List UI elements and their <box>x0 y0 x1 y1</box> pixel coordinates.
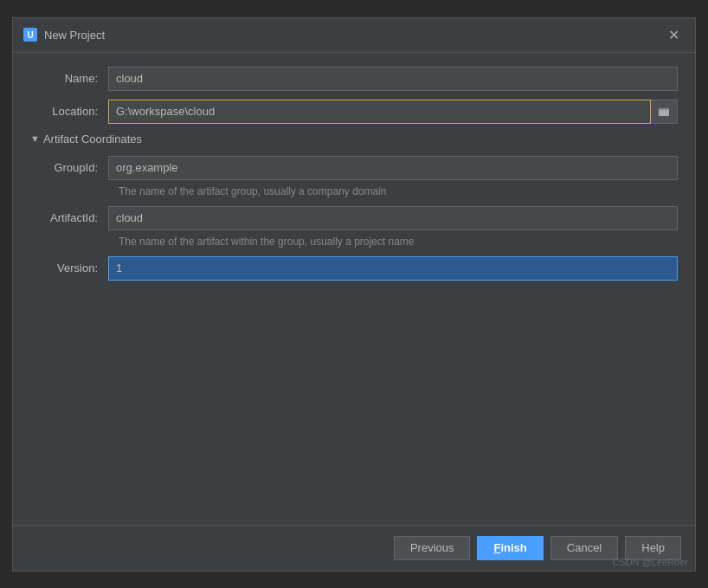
title-bar: U New Project ✕ <box>13 18 695 53</box>
title-bar-left: U New Project <box>23 28 105 42</box>
artifact-section-header: ▼ Artifact Coordinates <box>30 132 678 145</box>
artifact-id-row: ArtifactId: <box>30 206 678 230</box>
name-label: Name: <box>30 72 108 85</box>
previous-button[interactable]: Previous <box>394 536 471 560</box>
name-input[interactable] <box>108 67 678 91</box>
finish-button[interactable]: Finish <box>477 536 543 560</box>
name-row: Name: <box>30 67 678 91</box>
new-project-dialog: U New Project ✕ Name: Location: <box>12 17 696 572</box>
dialog-content: Name: Location: ▼ Artifact Coordinates <box>13 53 695 525</box>
watermark: CSDN @LeeRoer <box>612 557 688 567</box>
location-label: Location: <box>30 105 108 118</box>
dialog-footer: Previous Finish Cancel Help <box>13 525 695 571</box>
group-id-input[interactable] <box>108 156 678 180</box>
cancel-button[interactable]: Cancel <box>550 536 618 560</box>
collapse-arrow[interactable]: ▼ <box>30 133 40 144</box>
folder-icon <box>658 106 670 118</box>
group-id-hint: The name of the artifact group, usually … <box>119 185 678 197</box>
svg-rect-2 <box>659 108 663 110</box>
version-input[interactable] <box>108 256 678 281</box>
group-id-label: GroupId: <box>30 161 108 174</box>
location-row: Location: <box>30 100 678 124</box>
finish-label: Finish <box>493 541 526 554</box>
location-input-wrap <box>108 100 678 124</box>
artifact-section-title: Artifact Coordinates <box>43 132 142 145</box>
browse-button[interactable] <box>651 100 678 124</box>
close-button[interactable]: ✕ <box>663 25 685 45</box>
artifact-id-input[interactable] <box>108 206 678 230</box>
dialog-title: New Project <box>44 29 105 42</box>
svg-rect-1 <box>659 110 669 116</box>
version-row: Version: <box>30 256 678 281</box>
group-id-row: GroupId: <box>30 156 678 180</box>
version-label: Version: <box>30 262 108 275</box>
artifact-id-label: ArtifactId: <box>30 211 108 224</box>
artifact-id-hint: The name of the artifact within the grou… <box>119 236 678 248</box>
location-input[interactable] <box>108 100 651 124</box>
app-icon: U <box>23 28 37 42</box>
